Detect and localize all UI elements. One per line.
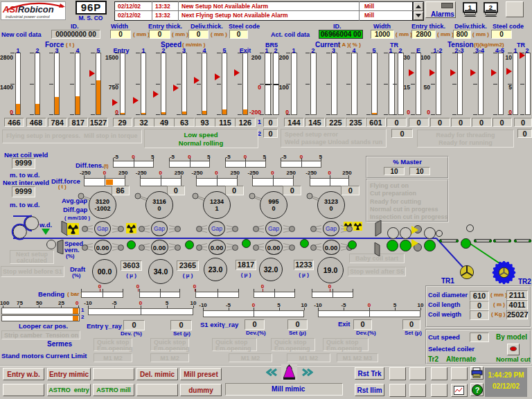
svg-text:?: ? — [475, 386, 479, 394]
